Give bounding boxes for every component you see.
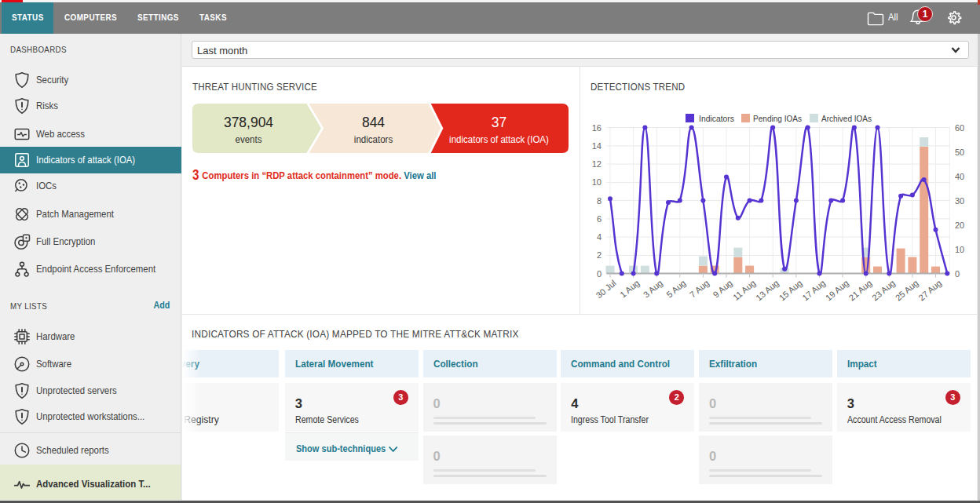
- svg-text:7 Aug: 7 Aug: [688, 278, 711, 299]
- svg-text:10: 10: [955, 245, 964, 254]
- svg-text:0: 0: [597, 269, 602, 279]
- svg-text:60: 60: [955, 123, 964, 133]
- svg-text:27 Aug: 27 Aug: [916, 278, 943, 302]
- svg-text:11 Aug: 11 Aug: [731, 278, 757, 302]
- svg-text:19 Aug: 19 Aug: [824, 278, 850, 302]
- svg-text:17 Aug: 17 Aug: [800, 278, 827, 302]
- svg-text:9 Aug: 9 Aug: [711, 278, 734, 299]
- svg-text:40: 40: [955, 172, 964, 181]
- svg-text:4: 4: [597, 232, 602, 242]
- svg-text:25 Aug: 25 Aug: [894, 278, 920, 302]
- svg-text:Archived IOAs: Archived IOAs: [821, 114, 872, 123]
- svg-text:13 Aug: 13 Aug: [754, 278, 781, 302]
- svg-text:3 Aug: 3 Aug: [642, 278, 664, 299]
- svg-text:14: 14: [592, 141, 602, 151]
- svg-text:5 Aug: 5 Aug: [664, 278, 687, 299]
- svg-text:30: 30: [955, 196, 964, 206]
- svg-text:50: 50: [955, 148, 964, 157]
- svg-text:23 Aug: 23 Aug: [870, 278, 897, 302]
- svg-text:20: 20: [955, 221, 964, 230]
- svg-text:16: 16: [592, 123, 602, 133]
- svg-text:10: 10: [592, 177, 602, 187]
- svg-text:30 Jul: 30 Jul: [594, 278, 618, 300]
- svg-text:2: 2: [597, 250, 602, 260]
- svg-text:8: 8: [597, 196, 602, 206]
- svg-text:15 Aug: 15 Aug: [777, 278, 804, 302]
- svg-text:6: 6: [597, 214, 602, 224]
- svg-text:1 Aug: 1 Aug: [618, 278, 641, 299]
- svg-text:0: 0: [955, 269, 960, 279]
- svg-text:21 Aug: 21 Aug: [847, 278, 874, 302]
- svg-text:12: 12: [592, 159, 602, 169]
- svg-text:Pending IOAs: Pending IOAs: [753, 114, 802, 123]
- svg-text:Indicators: Indicators: [699, 114, 734, 123]
